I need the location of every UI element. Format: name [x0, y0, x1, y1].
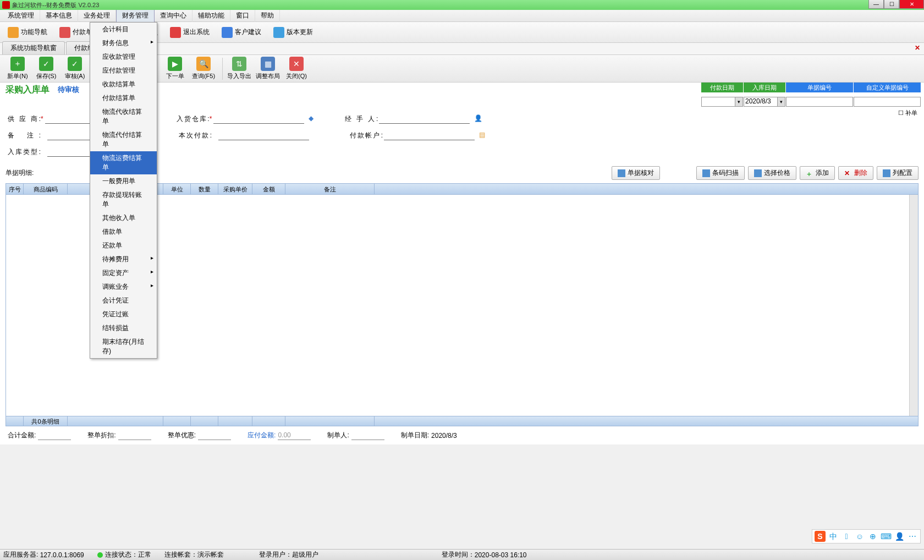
makedate-value: 2020/8/3 [431, 432, 457, 440]
menu-基本信息[interactable]: 基本信息 [40, 9, 78, 22]
config-button[interactable]: 列配置 [877, 166, 919, 180]
delete-button[interactable]: ✕删除 [838, 166, 873, 180]
docbtn-icon: ⇅ [232, 57, 246, 71]
menu-item-财务信息[interactable]: 财务信息 [90, 36, 157, 50]
detail-label: 单据明细: [6, 168, 34, 178]
warehouse-label: 入货仓库: [177, 114, 211, 124]
barcode-icon [702, 169, 710, 177]
price-button[interactable]: 选择价格 [748, 166, 796, 180]
lookup-icon[interactable]: ◆ [309, 114, 317, 123]
menu-item-还款单[interactable]: 还款单 [90, 239, 157, 252]
server-label: 应用服务器: [3, 550, 38, 559]
doc-status: 待审核 [58, 85, 79, 95]
menu-item-待摊费用[interactable]: 待摊费用 [90, 252, 157, 266]
menu-item-调账业务[interactable]: 调账业务 [90, 280, 157, 294]
pref-input[interactable] [198, 431, 231, 440]
menu-帮助[interactable]: 帮助 [255, 9, 280, 22]
docbtn-关闭(Q)[interactable]: ✕关闭(Q) [283, 57, 310, 80]
menu-item-借款单[interactable]: 借款单 [90, 225, 157, 239]
supplier-label: 供 应 商: [8, 114, 42, 124]
docbtn-下一单[interactable]: ▶下一单 [162, 57, 188, 80]
tab-nav[interactable]: 系统功能导航窗 [2, 41, 65, 54]
app-icon [2, 1, 10, 9]
menu-辅助功能[interactable]: 辅助功能 [193, 9, 230, 22]
menu-窗口[interactable]: 窗口 [230, 9, 255, 22]
docbtn-审核(A)[interactable]: ✓审核(A) [62, 57, 88, 80]
ime-icon-2[interactable]: 𠂇 [841, 531, 852, 542]
ime-icon-6[interactable]: 👤 [894, 531, 905, 542]
thispay-input[interactable] [218, 130, 309, 140]
ime-icon-4[interactable]: ⊕ [867, 531, 878, 542]
menu-item-其他收入单[interactable]: 其他收入单 [90, 211, 157, 225]
menu-item-期末结存(月结存)[interactable]: 期末结存(月结存) [90, 335, 157, 358]
ime-icon-1[interactable]: 中 [828, 531, 839, 542]
add-button[interactable]: ＋添加 [800, 166, 835, 180]
ime-toolbar[interactable]: S中𠂇☺⊕⌨👤⋯ [812, 529, 921, 543]
docbtn-调整布局[interactable]: ▦调整布局 [255, 57, 281, 80]
menu-item-一般费用单[interactable]: 一般费用单 [90, 174, 157, 188]
maximize-button[interactable]: ☐ [884, 0, 899, 9]
menubar: 系统管理基本信息业务处理财务管理查询中心辅助功能窗口帮助 [0, 10, 924, 22]
handler-input[interactable] [379, 114, 470, 124]
warehouse-input[interactable] [213, 114, 304, 124]
maker-label: 制单人: [327, 431, 349, 440]
scrollbar[interactable] [909, 195, 918, 426]
minimize-button[interactable]: — [868, 0, 884, 9]
dropdown-icon[interactable]: ▾ [735, 97, 743, 106]
price-icon [754, 169, 762, 177]
dropdown-icon[interactable]: ▾ [777, 97, 785, 106]
pay-date-input[interactable]: ▾ [701, 97, 743, 107]
menu-item-应付款管理[interactable]: 应付款管理 [90, 64, 157, 78]
menu-业务处理[interactable]: 业务处理 [78, 9, 116, 22]
toolbar-版本更新[interactable]: 版本更新 [268, 25, 318, 40]
ime-icon-0[interactable]: S [815, 531, 826, 542]
payacct-input[interactable] [384, 130, 475, 140]
menu-财务管理[interactable]: 财务管理 [116, 9, 155, 23]
col-采购单价[interactable]: 采购单价 [218, 184, 252, 194]
discount-input[interactable] [118, 431, 151, 440]
budan-checkbox[interactable]: 补单 [898, 109, 917, 117]
ime-icon-3[interactable]: ☺ [854, 531, 865, 542]
account-icon[interactable]: ▤ [479, 131, 488, 140]
customno-input[interactable] [854, 97, 921, 107]
ime-icon-5[interactable]: ⌨ [881, 531, 892, 542]
menu-item-物流代付结算单[interactable]: 物流代付结算单 [90, 128, 157, 151]
col-序号[interactable]: 序号 [6, 184, 24, 194]
menu-item-凭证过账[interactable]: 凭证过账 [90, 308, 157, 321]
person-icon[interactable]: 👤 [474, 114, 483, 123]
menu-item-收款结算单[interactable]: 收款结算单 [90, 78, 157, 91]
docbtn-新单(N)[interactable]: ＋新单(N) [4, 57, 31, 80]
in-date-input[interactable]: 2020/8/3▾ [744, 97, 785, 107]
col-金额[interactable]: 金额 [252, 184, 285, 194]
col-备注[interactable]: 备注 [285, 184, 375, 194]
menu-item-付款结算单[interactable]: 付款结算单 [90, 91, 157, 105]
menu-item-结转损益[interactable]: 结转损益 [90, 321, 157, 335]
menu-item-会计科目[interactable]: 会计科目 [90, 23, 157, 36]
menu-item-物流代收结算单[interactable]: 物流代收结算单 [90, 105, 157, 128]
ime-icon-7[interactable]: ⋯ [907, 531, 918, 542]
docbtn-导入导出[interactable]: ⇅导入导出 [226, 57, 252, 80]
menu-item-固定资产[interactable]: 固定资产 [90, 266, 157, 280]
menu-item-应收款管理[interactable]: 应收款管理 [90, 50, 157, 64]
col-单位[interactable]: 单位 [163, 184, 191, 194]
config-icon [883, 169, 890, 177]
menu-item-会计凭证[interactable]: 会计凭证 [90, 294, 157, 308]
docno-input[interactable] [786, 97, 853, 107]
menu-item-物流运费结算单[interactable]: 物流运费结算单 [90, 151, 157, 174]
toolbar-退出系统[interactable]: 退出系统 [164, 25, 215, 40]
docbtn-查询(F5)[interactable]: 🔍查询(F5) [190, 57, 217, 80]
total-input[interactable] [38, 431, 71, 440]
col-商品编码[interactable]: 商品编码 [24, 184, 68, 194]
barcode-button[interactable]: 条码扫描 [696, 166, 745, 180]
doc-title: 采购入库单 [6, 84, 50, 96]
menu-查询中心[interactable]: 查询中心 [155, 9, 193, 22]
tab-close-icon[interactable]: ✕ [913, 44, 922, 53]
docbtn-保存(S)[interactable]: ✓保存(S) [33, 57, 59, 80]
col-数量[interactable]: 数量 [191, 184, 218, 194]
menu-系统管理[interactable]: 系统管理 [2, 9, 40, 22]
menu-item-存款提现转账单[interactable]: 存款提现转账单 [90, 188, 157, 211]
check-button[interactable]: 单据核对 [612, 166, 660, 180]
toolbar-客户建议[interactable]: 客户建议 [216, 25, 267, 40]
toolbar-功能导航[interactable]: 功能导航 [2, 25, 53, 40]
close-button[interactable]: ✕ [899, 0, 924, 9]
